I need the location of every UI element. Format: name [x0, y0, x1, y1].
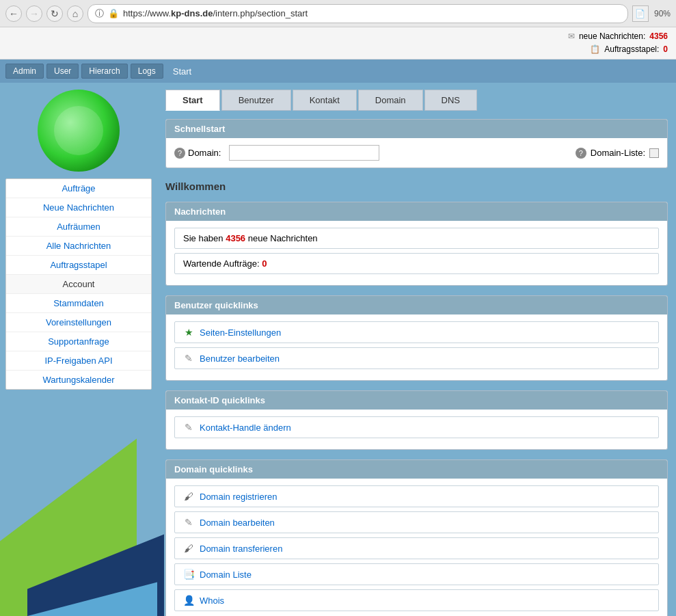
- schnellstart-domain-label: ? Domain:: [174, 148, 221, 159]
- auftragsstapel-count: 0: [663, 43, 668, 56]
- sidebar-item-voreinstellungen[interactable]: Voreinstellungen: [6, 313, 151, 332]
- notif-row-auftragsstapel: 📋 Auftragsstapel: 0: [8, 43, 668, 56]
- tab-domain[interactable]: Domain: [358, 90, 423, 111]
- sidebar-item-alle-nachrichten[interactable]: Alle Nachrichten: [6, 237, 151, 256]
- nachrichten-count-link[interactable]: 4356: [226, 233, 245, 243]
- nachrichten-row-2: Wartende Aufträge: 0: [174, 253, 659, 274]
- envelope-icon: ✉: [568, 30, 575, 43]
- domain-transferieren-icon: 🖌: [183, 543, 194, 554]
- schnellstart-row: ? Domain: ? Domain-Liste:: [174, 145, 659, 161]
- domain-bearbeiten-icon: ✎: [183, 517, 194, 528]
- tab-benutzer[interactable]: Benutzer: [221, 90, 291, 111]
- sidebar-item-neue-nachrichten[interactable]: Neue Nachrichten: [6, 198, 151, 217]
- neue-nachrichten-label: neue Nachrichten:: [579, 30, 645, 43]
- quicklink-kontakt-handle[interactable]: ✎ Kontakt-Handle ändern: [174, 416, 659, 438]
- notif-row-nachrichten: ✉ neue Nachrichten: 4356: [8, 30, 668, 43]
- nav-button-admin[interactable]: Admin: [5, 64, 44, 79]
- quicklink-whois[interactable]: 👤 Whois: [174, 589, 659, 611]
- kontakt-quicklinks-header: Kontakt-ID quicklinks: [166, 391, 667, 410]
- help-icon-domain-liste[interactable]: ?: [576, 148, 586, 159]
- domain-liste-checkbox[interactable]: [649, 148, 659, 158]
- sidebar-category-account: Account: [6, 275, 151, 294]
- kontakt-handle-icon: ✎: [183, 422, 194, 433]
- sidebar-item-ip-freigaben-api[interactable]: IP-Freigaben API: [6, 351, 151, 371]
- notification-bar: ✉ neue Nachrichten: 4356 📋 Auftragsstape…: [0, 27, 676, 59]
- sidebar-item-wartungskalender[interactable]: Wartungskalender: [6, 371, 151, 389]
- sidebar-item-auftrage[interactable]: Aufträge: [6, 179, 151, 198]
- quicklink-domain-liste[interactable]: 📑 Domain Liste: [174, 563, 659, 585]
- nachrichten-row-1: Sie haben 4356 neue Nachrichten: [174, 228, 659, 249]
- domain-quicklinks-header: Domain quicklinks: [166, 460, 667, 479]
- quicklink-seiten-einstellungen[interactable]: ★ Seiten-Einstellungen: [174, 321, 659, 343]
- nav-button-hierarch[interactable]: Hierarch: [81, 64, 127, 79]
- whois-icon: 👤: [183, 595, 194, 606]
- back-button[interactable]: ←: [5, 5, 22, 22]
- globe-logo: [38, 90, 120, 172]
- info-icon: ⓘ: [95, 8, 104, 20]
- main-layout: Aufträge Neue Nachrichten Aufräumen Alle…: [0, 83, 676, 616]
- benutzer-quicklinks-card: Benutzer quicklinks ★ Seiten-Einstellung…: [165, 295, 668, 381]
- address-bar[interactable]: ⓘ 🔒 https://www.kp-dns.de/intern.php/sec…: [87, 4, 628, 23]
- nachrichten-card: Nachrichten Sie haben 4356 neue Nachrich…: [165, 202, 668, 286]
- benutzer-quicklinks-header: Benutzer quicklinks: [166, 296, 667, 314]
- tab-start[interactable]: Start: [165, 90, 220, 111]
- domain-liste-row: ? Domain-Liste:: [576, 148, 659, 159]
- breadcrumb: Start: [173, 66, 191, 77]
- quicklink-benutzer-bearbeiten[interactable]: ✎ Benutzer bearbeiten: [174, 347, 659, 369]
- sidebar-menu: Aufträge Neue Nachrichten Aufräumen Alle…: [5, 178, 152, 390]
- order-icon: 📋: [590, 43, 600, 56]
- quicklink-domain-bearbeiten[interactable]: ✎ Domain bearbeiten: [174, 511, 659, 533]
- quicklink-domain-transferieren[interactable]: 🖌 Domain transferieren: [174, 537, 659, 559]
- schnellstart-header: Schnellstart: [166, 120, 667, 138]
- sidebar-item-auftragsstapel[interactable]: Auftragsstapel: [6, 256, 151, 275]
- neue-nachrichten-count: 4356: [649, 30, 668, 43]
- top-nav: Admin User Hierarch Logs Start: [0, 59, 676, 83]
- willkommen-title: Willkommen: [165, 178, 668, 195]
- content-area: Start Benutzer Kontakt Domain DNS Schnel…: [157, 83, 676, 616]
- domain-input[interactable]: [229, 145, 379, 161]
- schnellstart-body: ? Domain: ? Domain-Liste:: [166, 138, 667, 168]
- kontakt-quicklinks-body: ✎ Kontakt-Handle ändern: [166, 410, 667, 449]
- auftragsstapel-label: Auftragsstapel:: [604, 43, 659, 56]
- page-icon: 📄: [632, 5, 649, 22]
- benutzer-quicklinks-body: ★ Seiten-Einstellungen ✎ Benutzer bearbe…: [166, 314, 667, 380]
- home-button[interactable]: ⌂: [67, 5, 83, 22]
- kontakt-quicklinks-card: Kontakt-ID quicklinks ✎ Kontakt-Handle ä…: [165, 390, 668, 450]
- domain-quicklinks-body: 🖌 Domain registrieren ✎ Domain bearbeite…: [166, 479, 667, 616]
- tab-kontakt[interactable]: Kontakt: [293, 90, 357, 111]
- sidebar: Aufträge Neue Nachrichten Aufräumen Alle…: [0, 83, 157, 616]
- nav-button-user[interactable]: User: [46, 64, 79, 79]
- lock-icon: 🔒: [108, 8, 119, 18]
- nachrichten-header: Nachrichten: [166, 202, 667, 221]
- nav-button-logs[interactable]: Logs: [131, 64, 163, 79]
- sidebar-item-supportanfrage[interactable]: Supportanfrage: [6, 332, 151, 351]
- wartende-auftrage-link[interactable]: 0: [262, 258, 267, 269]
- help-icon-domain[interactable]: ?: [174, 148, 185, 159]
- main-tabs: Start Benutzer Kontakt Domain DNS: [165, 90, 668, 111]
- browser-right: 📄 90%: [632, 5, 671, 22]
- domain-quicklinks-card: Domain quicklinks 🖌 Domain registrieren …: [165, 459, 668, 616]
- schnellstart-card: Schnellstart ? Domain: ? Domain-Liste:: [165, 119, 668, 168]
- url-text: https://www.kp-dns.de/intern.php/section…: [123, 8, 308, 18]
- domain-registrieren-icon: 🖌: [183, 491, 194, 502]
- forward-button[interactable]: →: [26, 5, 42, 22]
- zoom-level: 90%: [654, 9, 671, 18]
- quicklink-domain-registrieren[interactable]: 🖌 Domain registrieren: [174, 485, 659, 507]
- sidebar-item-stammdaten[interactable]: Stammdaten: [6, 294, 151, 313]
- reload-button[interactable]: ↻: [46, 5, 63, 22]
- tab-dns[interactable]: DNS: [424, 90, 477, 111]
- benutzer-bearbeiten-icon: ✎: [183, 353, 194, 364]
- nachrichten-body: Sie haben 4356 neue Nachrichten Wartende…: [166, 221, 667, 285]
- domain-liste-icon: 📑: [183, 569, 194, 580]
- seiten-einstellungen-icon: ★: [183, 327, 194, 338]
- browser-chrome: ← → ↻ ⌂ ⓘ 🔒 https://www.kp-dns.de/intern…: [0, 0, 676, 27]
- sidebar-item-aufraeumen[interactable]: Aufräumen: [6, 217, 151, 237]
